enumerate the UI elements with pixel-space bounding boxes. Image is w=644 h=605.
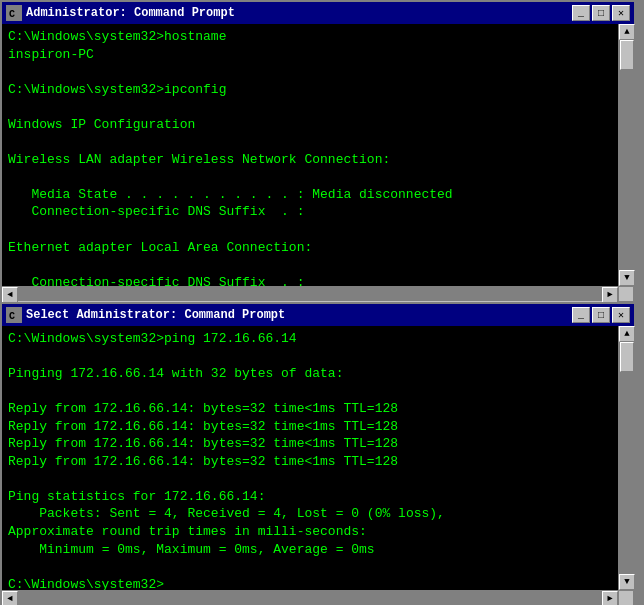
maximize2-button[interactable]: □ — [592, 307, 610, 323]
titlebar1-title: Administrator: Command Prompt — [26, 6, 235, 20]
window1-content: C:\Windows\system32>hostname inspiron-PC… — [2, 24, 634, 302]
cmd-icon1: C — [6, 5, 22, 21]
scroll2-up[interactable]: ▲ — [619, 326, 635, 342]
scroll1-thumb[interactable] — [620, 40, 634, 70]
scroll1-left[interactable]: ◄ — [2, 287, 18, 303]
scroll1-down[interactable]: ▼ — [619, 270, 635, 286]
scrollbar2-x[interactable]: ◄ ► — [2, 590, 618, 605]
window2: C Select Administrator: Command Prompt _… — [0, 302, 636, 605]
cmd-icon2: C — [6, 307, 22, 323]
scroll2-track — [619, 342, 634, 574]
svg-text:C: C — [9, 9, 15, 20]
maximize1-button[interactable]: □ — [592, 5, 610, 21]
minimize2-button[interactable]: _ — [572, 307, 590, 323]
titlebar1-left: C Administrator: Command Prompt — [6, 5, 235, 21]
scrollbar1-x[interactable]: ◄ ► — [2, 286, 618, 302]
scroll2-htrack — [18, 591, 602, 605]
scroll1-htrack — [18, 287, 602, 301]
scrollbar2-y[interactable]: ▲ ▼ — [618, 326, 634, 590]
titlebar2-title: Select Administrator: Command Prompt — [26, 308, 285, 322]
minimize1-button[interactable]: _ — [572, 5, 590, 21]
titlebar2-controls: _ □ ✕ — [572, 307, 630, 323]
scroll1-up[interactable]: ▲ — [619, 24, 635, 40]
titlebar1: C Administrator: Command Prompt _ □ ✕ — [2, 2, 634, 24]
scrollbar1-y[interactable]: ▲ ▼ — [618, 24, 634, 286]
scroll2-down[interactable]: ▼ — [619, 574, 635, 590]
scroll2-thumb[interactable] — [620, 342, 634, 372]
scroll2-right[interactable]: ► — [602, 591, 618, 605]
titlebar2: C Select Administrator: Command Prompt _… — [2, 304, 634, 326]
window2-text: C:\Windows\system32>ping 172.16.66.14 Pi… — [8, 330, 614, 593]
titlebar1-controls: _ □ ✕ — [572, 5, 630, 21]
scroll1-track — [619, 40, 634, 270]
scroll1-right[interactable]: ► — [602, 287, 618, 303]
window1: C Administrator: Command Prompt _ □ ✕ C:… — [0, 0, 636, 304]
scroll2-left[interactable]: ◄ — [2, 591, 18, 605]
scroll1-corner — [618, 286, 634, 302]
titlebar2-left: C Select Administrator: Command Prompt — [6, 307, 285, 323]
close2-button[interactable]: ✕ — [612, 307, 630, 323]
svg-text:C: C — [9, 311, 15, 322]
window2-content: C:\Windows\system32>ping 172.16.66.14 Pi… — [2, 326, 634, 605]
scroll2-corner — [618, 590, 634, 605]
close1-button[interactable]: ✕ — [612, 5, 630, 21]
window1-text: C:\Windows\system32>hostname inspiron-PC… — [8, 28, 614, 302]
